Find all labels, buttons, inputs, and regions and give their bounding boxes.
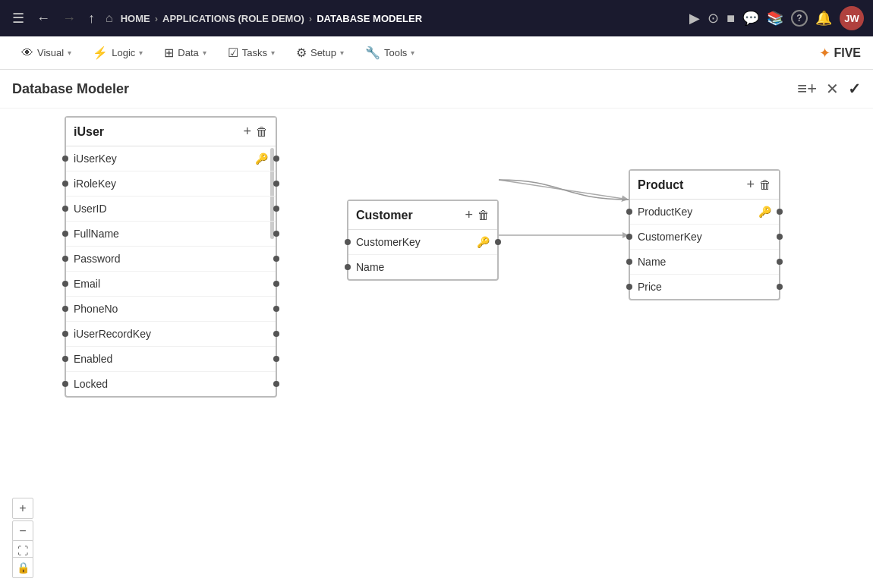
logic-icon: ⚡ — [93, 46, 108, 60]
dot-right — [273, 356, 279, 362]
topbar-actions: ▶ ⊙ ■ 💬 📚 ? 🔔 JW — [689, 6, 864, 30]
menubar: 👁 Visual ▾ ⚡ Logic ▾ ⊞ Data ▾ ☑ Tasks ▾ … — [0, 36, 873, 70]
key-icon: 🔑 — [255, 153, 268, 165]
svg-line-0 — [499, 180, 629, 200]
dot-left — [62, 331, 68, 337]
tools-icon: 🔧 — [365, 46, 380, 60]
stop-icon[interactable]: ■ — [726, 11, 735, 27]
dot-right — [273, 156, 279, 162]
chevron-down-icon: ▾ — [68, 49, 71, 57]
table-row: iUserKey 🔑 — [66, 146, 276, 171]
table-row: Name — [348, 255, 497, 279]
table-customer-delete-icon[interactable]: 🗑 — [477, 209, 490, 222]
dot-left — [62, 256, 68, 262]
visual-icon: 👁 — [21, 46, 33, 60]
chevron-down-icon: ▾ — [139, 49, 143, 57]
menu-logic[interactable]: ⚡ Logic ▾ — [84, 41, 152, 64]
dot-right — [273, 381, 279, 387]
dot-left — [62, 306, 68, 312]
page-header: Database Modeler ≡+ ✕ ✓ — [0, 70, 873, 108]
menu-visual[interactable]: 👁 Visual ▾ — [12, 42, 80, 64]
tasks-icon: ☑ — [228, 46, 238, 60]
preview-icon[interactable]: ⊙ — [708, 10, 719, 27]
bell-icon[interactable]: 🔔 — [815, 10, 832, 27]
menu-tasks[interactable]: ☑ Tasks ▾ — [219, 41, 284, 64]
table-row: FullName — [66, 222, 276, 247]
table-iuser: iUser + 🗑 iUserKey 🔑 iRoleKey UserID Ful… — [65, 116, 277, 398]
table-iuser-add-icon[interactable]: + — [243, 124, 251, 140]
dot-left — [345, 239, 351, 245]
data-icon: ⊞ — [164, 46, 174, 60]
zoom-out-button[interactable]: − — [12, 520, 33, 542]
books-icon[interactable]: 📚 — [767, 10, 783, 27]
dot-left — [62, 206, 68, 212]
dot-left — [62, 381, 68, 387]
table-row: Price — [630, 275, 779, 299]
setup-icon: ⚙ — [296, 46, 307, 60]
table-customer-name: Customer — [356, 209, 465, 222]
dot-right — [273, 281, 279, 287]
table-row: CustomerKey 🔑 — [348, 230, 497, 255]
dot-left — [62, 231, 68, 237]
dot-right — [273, 256, 279, 262]
table-product-header: Product + 🗑 — [630, 171, 779, 200]
dot-right — [777, 284, 783, 290]
page-title: Database Modeler — [12, 81, 797, 97]
menu-setup[interactable]: ⚙ Setup ▾ — [287, 41, 353, 64]
confirm-icon[interactable]: ✓ — [848, 80, 861, 98]
breadcrumb-app[interactable]: APPLICATIONS (ROLE DEMO) — [162, 13, 304, 24]
dot-left — [62, 181, 68, 187]
five-star-icon: ✦ — [819, 45, 830, 61]
dot-right — [495, 239, 501, 245]
dot-left — [345, 264, 351, 270]
chevron-down-icon: ▾ — [340, 49, 344, 57]
back-icon[interactable]: ← — [33, 8, 53, 30]
lock-button[interactable]: 🔒 — [12, 557, 33, 578]
canvas[interactable]: iUser + 🗑 iUserKey 🔑 iRoleKey UserID Ful… — [0, 108, 873, 587]
menu-data[interactable]: ⊞ Data ▾ — [155, 41, 215, 64]
play-icon[interactable]: ▶ — [689, 10, 700, 27]
close-icon[interactable]: ✕ — [826, 80, 839, 98]
zoom-in-button[interactable]: + — [12, 498, 33, 519]
up-icon[interactable]: ↑ — [85, 8, 98, 30]
breadcrumb-home[interactable]: HOME — [121, 13, 150, 24]
dot-left — [62, 156, 68, 162]
table-product-name: Product — [638, 178, 746, 192]
breadcrumb-current: DATABASE MODELER — [317, 13, 422, 24]
dot-left — [626, 284, 632, 290]
menu-tools[interactable]: 🔧 Tools ▾ — [356, 41, 424, 64]
table-row: Locked — [66, 372, 276, 396]
five-logo: ✦ FIVE — [819, 45, 861, 61]
dot-left — [626, 209, 632, 215]
dot-right — [777, 259, 783, 265]
chevron-down-icon: ▾ — [203, 49, 206, 57]
dot-right — [777, 209, 783, 215]
home-icon: ⌂ — [106, 11, 113, 25]
chat-icon[interactable]: 💬 — [742, 10, 759, 27]
table-customer-add-icon[interactable]: + — [465, 207, 473, 223]
chevron-down-icon: ▾ — [271, 49, 275, 57]
menu-icon[interactable]: ☰ — [9, 7, 27, 30]
dot-left — [62, 356, 68, 362]
dot-right — [273, 206, 279, 212]
topbar: ☰ ← → ↑ ⌂ HOME › APPLICATIONS (ROLE DEMO… — [0, 0, 873, 36]
dot-left — [626, 234, 632, 240]
table-iuser-name: iUser — [74, 125, 243, 139]
table-customer: Customer + 🗑 CustomerKey 🔑 Name — [347, 200, 499, 281]
forward-icon[interactable]: → — [59, 8, 79, 30]
help-icon[interactable]: ? — [791, 10, 808, 27]
table-row: CustomerKey — [630, 225, 779, 250]
table-iuser-delete-icon[interactable]: 🗑 — [256, 125, 268, 139]
zoom-controls: + − — [12, 498, 33, 542]
table-product-add-icon[interactable]: + — [746, 177, 755, 193]
dot-right — [273, 306, 279, 312]
key-icon: 🔑 — [477, 236, 490, 248]
table-iuser-header: iUser + 🗑 — [66, 118, 276, 146]
table-row: Password — [66, 247, 276, 272]
table-product-delete-icon[interactable]: 🗑 — [759, 178, 771, 192]
table-row: iRoleKey — [66, 171, 276, 197]
table-row: UserID — [66, 197, 276, 222]
add-column-icon[interactable]: ≡+ — [797, 79, 817, 99]
avatar[interactable]: JW — [840, 6, 864, 30]
key-icon: 🔑 — [758, 206, 771, 218]
